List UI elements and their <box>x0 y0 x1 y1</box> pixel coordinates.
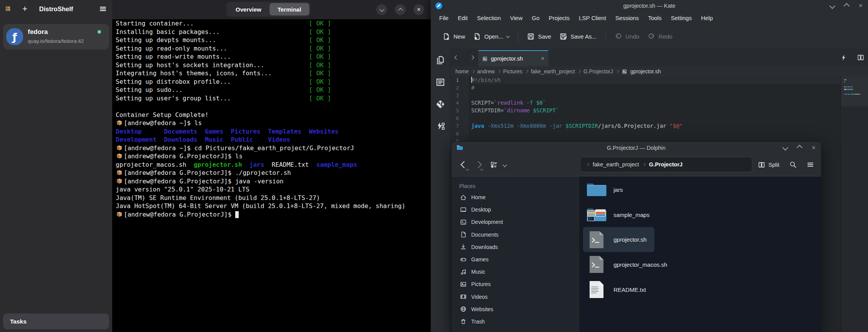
menu-tools[interactable]: Tools <box>644 12 666 24</box>
menu-settings[interactable]: Settings <box>666 12 696 24</box>
line-number: 3 <box>450 92 459 100</box>
terminal-line: Setting up read-only mounts... [ OK ] <box>116 44 431 53</box>
place-games[interactable]: Games <box>452 253 580 266</box>
line-number: 7 <box>450 122 459 130</box>
tab-forward-button[interactable] <box>470 49 474 66</box>
minimize-button[interactable] <box>376 4 387 15</box>
file-view[interactable]: jarssample_mapsgprojector.shgprojector_m… <box>580 176 821 332</box>
view-tab-overview[interactable]: Overview <box>228 3 270 15</box>
place-videos[interactable]: Videos <box>452 291 580 303</box>
menu-go[interactable]: Go <box>527 12 544 24</box>
place-trash[interactable]: Trash <box>452 315 580 328</box>
place-websites[interactable]: Websites <box>452 303 580 315</box>
filesystem-panel-button[interactable] <box>436 78 445 88</box>
minimize-button[interactable] <box>782 145 789 151</box>
breadcrumb-item-fake-earth-project[interactable]: fake_earth_project <box>593 161 639 168</box>
place-music[interactable]: Music <box>452 266 580 278</box>
scrollbar-minimap[interactable] <box>841 76 868 332</box>
maximize-button[interactable] <box>844 3 850 9</box>
tasks-bar[interactable]: Tasks <box>3 313 109 329</box>
breadcrumb-item-gprojector-sh[interactable]: gprojector.sh <box>630 69 661 75</box>
kate-titlebar[interactable]: gprojector.sh — Kate × <box>431 0 868 12</box>
menu-projects[interactable]: Projects <box>544 12 574 24</box>
place-development[interactable]: Development <box>452 216 580 228</box>
breadcrumb-item-g-projectorj[interactable]: G.ProjectorJ <box>649 161 683 168</box>
menu-edit[interactable]: Edit <box>453 12 472 24</box>
code-line: # <box>471 84 841 92</box>
file-item-gprojector-sh[interactable]: gprojector.sh <box>583 227 654 252</box>
terminal-line <box>116 102 431 111</box>
minimize-button[interactable] <box>829 3 836 9</box>
split-button[interactable]: Split <box>758 161 779 168</box>
tab-gprojector-sh[interactable]: gprojector.sh × <box>478 50 548 66</box>
code-text <box>530 107 533 113</box>
close-button[interactable]: × <box>859 2 863 10</box>
menu-lsp-client[interactable]: LSP Client <box>574 12 611 24</box>
status-ok: [ OK ] <box>309 45 331 52</box>
close-button[interactable]: × <box>413 4 424 15</box>
minimap-mark <box>852 86 853 88</box>
redo-button[interactable]: Redo <box>644 29 677 44</box>
kate-tab-bar: gprojector.sh × <box>450 49 868 66</box>
back-button[interactable] <box>462 162 467 167</box>
maximize-button[interactable] <box>797 145 803 151</box>
terminal-text: sample_maps <box>316 161 357 168</box>
close-button[interactable]: × <box>812 144 816 152</box>
hamburger-menu-icon[interactable] <box>807 161 814 168</box>
menu-view[interactable]: View <box>506 12 527 24</box>
tab-close-icon[interactable]: × <box>541 55 544 62</box>
menu-sessions[interactable]: Sessions <box>611 12 644 24</box>
new-button[interactable]: New <box>438 29 469 44</box>
maximize-button[interactable] <box>395 4 406 15</box>
location-breadcrumb[interactable]: fake_earth_projectG.ProjectorJ <box>580 157 752 172</box>
place-downloads[interactable]: Downloads <box>452 241 580 253</box>
tab-back-button[interactable] <box>455 49 458 66</box>
file-label: gprojector_macos.sh <box>613 261 667 268</box>
minimap-mark <box>848 89 849 90</box>
dolphin-titlebar[interactable]: G.ProjectorJ — Dolphin × <box>452 142 821 154</box>
development-icon <box>460 219 467 225</box>
view-toggle: OverviewTerminal <box>226 2 310 17</box>
breadcrumb-item-andrew[interactable]: andrew <box>477 69 495 75</box>
file-item-gprojector-macos-sh[interactable]: gprojector_macos.sh <box>583 252 675 277</box>
terminal-line: Java HotSpot(TM) 64-Bit Server VM (build… <box>116 202 431 210</box>
forward-button[interactable] <box>476 162 481 167</box>
place-documents[interactable]: Documents <box>452 229 580 241</box>
menu-selection[interactable]: Selection <box>472 12 506 24</box>
breadcrumb-item-fake-earth-project[interactable]: fake_earth_project <box>531 69 575 75</box>
search-icon[interactable] <box>789 161 797 168</box>
file-item-readme-txt[interactable]: README.txt <box>583 277 654 302</box>
save-as-button[interactable]: Save As... <box>555 29 601 44</box>
file-item-jars[interactable]: jars <box>583 177 630 202</box>
place-desktop[interactable]: Desktop <box>452 203 580 216</box>
menu-icon[interactable] <box>99 5 107 13</box>
save-button[interactable]: Save <box>523 29 555 44</box>
view-mode-button[interactable] <box>490 161 506 169</box>
terminal-line: Setting up user's group list... [ OK ] <box>116 94 431 103</box>
terminal-text: [andrew@fedora G.ProjectorJ]$ <box>124 211 235 218</box>
documents-panel-button[interactable] <box>436 56 445 66</box>
place-home[interactable]: Home <box>452 191 580 203</box>
container-list-item-fedora[interactable]: ƒ fedora quay.io/fedora/fedora:42 <box>3 24 109 49</box>
split-view-icon[interactable] <box>857 54 864 61</box>
breadcrumb-item-pictures[interactable]: Pictures <box>503 69 522 75</box>
open-button[interactable]: Open... <box>469 29 513 44</box>
terminal-line: [andrew@fedora G.ProjectorJ]$ ls <box>116 152 431 161</box>
code-text: #!/bin/sh <box>471 77 501 83</box>
place-pictures[interactable]: Pictures <box>452 278 580 290</box>
quick-open-bolt-icon[interactable] <box>840 54 847 61</box>
menu-file[interactable]: File <box>435 12 453 24</box>
saveas-icon <box>560 33 567 40</box>
terminal-text <box>264 161 271 168</box>
menu-help[interactable]: Help <box>696 12 718 24</box>
file-item-sample-maps[interactable]: sample_maps <box>583 202 657 227</box>
view-tab-terminal[interactable]: Terminal <box>270 3 309 15</box>
lsp-symbols-panel-button[interactable] <box>436 122 445 132</box>
code-text: -f <box>526 100 533 106</box>
breadcrumb-item-g-projectorj[interactable]: G.ProjectorJ <box>583 69 613 75</box>
distroshelf-window: + DistroShelf ƒ fedora quay.io/fedora/fe… <box>0 0 431 332</box>
breadcrumb-item-home[interactable]: home <box>455 69 469 75</box>
git-panel-button[interactable] <box>436 100 445 110</box>
undo-button[interactable]: Undo <box>610 29 644 44</box>
terminal-panel[interactable]: Starting container... [ OK ]Installing b… <box>112 19 431 332</box>
